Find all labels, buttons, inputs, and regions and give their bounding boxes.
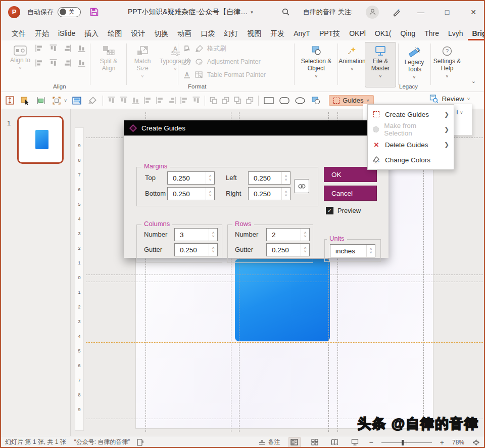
send-backward-icon[interactable]	[222, 97, 229, 104]
menu-item-make-from-selection[interactable]: Make from Selection❯	[368, 122, 454, 137]
ribbon-tab-11[interactable]: 视图	[243, 27, 266, 40]
settings-help-button[interactable]: ? Settings & Help ˅	[432, 43, 462, 79]
columns-gutter-input[interactable]: 0.250˄˅	[174, 243, 218, 256]
zoom-slider-handle[interactable]	[402, 440, 404, 445]
match-size-button[interactable]: Match Size ˅	[129, 43, 156, 79]
dialog-title-bar[interactable]: Create Guides	[124, 120, 389, 136]
link-margins-button[interactable]	[294, 179, 309, 193]
ribbon-tab-17[interactable]: Qing	[396, 27, 420, 40]
spinner-buttons[interactable]: ˄˅	[281, 188, 290, 200]
align-middle-icon[interactable]	[50, 59, 57, 67]
ribbon-tab-9[interactable]: 口袋	[196, 27, 219, 40]
ribbon-collapse-icon[interactable]: ⌄	[471, 78, 476, 84]
search-icon[interactable]	[281, 8, 290, 16]
select-object-icon[interactable]	[20, 95, 31, 106]
menu-item-change-colors[interactable]: Change Colors	[368, 152, 454, 167]
slide-sorter-view-button[interactable]	[309, 437, 321, 447]
align-to-button[interactable]: Align to ˅	[7, 43, 33, 71]
align-center-icon[interactable]	[156, 97, 164, 104]
spinner-buttons[interactable]: ˄˅	[301, 244, 309, 256]
spinner-buttons[interactable]: ˄˅	[366, 245, 375, 257]
align-bottom-icon[interactable]	[132, 97, 139, 104]
overflow-button[interactable]: t ˅	[456, 108, 463, 116]
layout-tool-icon[interactable]	[71, 95, 82, 106]
ribbon-tab-8[interactable]: 动画	[173, 27, 196, 40]
fit-to-window-icon[interactable]	[472, 439, 480, 446]
ribbon-tab-18[interactable]: Thre	[420, 27, 444, 40]
spinner-buttons[interactable]: ˄˅	[206, 172, 214, 184]
blue-rectangle-shape[interactable]	[235, 259, 330, 341]
chevron-down-icon[interactable]: ˅	[64, 98, 67, 103]
guide-horizontal-row-gutter-bottom[interactable]	[86, 282, 483, 282]
distribute-horizontal-icon[interactable]	[180, 97, 188, 104]
rows-number-input[interactable]: 2˄˅	[266, 228, 310, 241]
ribbon-tab-14[interactable]: PPT技	[315, 27, 345, 40]
split-align-button[interactable]: Split & Align	[94, 43, 123, 72]
ribbon-tab-7[interactable]: 切换	[150, 27, 173, 40]
spinner-buttons[interactable]: ˄˅	[209, 244, 217, 256]
selection-object-button[interactable]: Selection & Object ˅	[297, 43, 335, 79]
align-center-icon[interactable]	[35, 59, 43, 67]
accessibility-icon[interactable]	[137, 439, 143, 446]
align-left-icon[interactable]	[144, 97, 152, 104]
margin-left-input[interactable]: 0.250˄˅	[248, 171, 290, 185]
account-label[interactable]: 自律的音律 关注:	[303, 8, 353, 17]
spinner-buttons[interactable]: ˄˅	[206, 188, 214, 200]
align-top-icon[interactable]	[108, 97, 115, 104]
ribbon-tab-3[interactable]: iSlide	[54, 27, 80, 40]
slideshow-view-button[interactable]	[349, 437, 361, 447]
align-left-icon[interactable]	[35, 44, 43, 52]
ribbon-tab-19[interactable]: Lvyh	[444, 27, 468, 40]
distribute-vertical-icon[interactable]	[78, 59, 85, 67]
preview-checkbox[interactable]: ✓ Preview	[326, 207, 361, 214]
send-to-back-icon[interactable]	[246, 97, 254, 104]
distribute-horizontal-icon[interactable]	[78, 44, 85, 52]
align-middle-icon[interactable]	[120, 97, 127, 104]
document-title[interactable]: PPT小知识&疑难杂症-公众号【自律…	[128, 8, 248, 17]
notes-button[interactable]: 备注	[258, 438, 280, 446]
zoom-in-button[interactable]: +	[440, 438, 444, 446]
ribbon-tab-4[interactable]: 插入	[80, 27, 103, 40]
menu-item-create-guides[interactable]: Create Guides❯	[368, 107, 454, 122]
animation-button[interactable]: Animation ˅	[340, 43, 365, 72]
autosave-toggle[interactable]: 关	[58, 7, 81, 17]
file-master-button[interactable]: File & Master ˅	[366, 43, 395, 79]
spinner-buttons[interactable]: ˄˅	[301, 229, 309, 241]
crop-tool-icon[interactable]	[51, 95, 62, 106]
align-bottom-icon[interactable]	[64, 59, 71, 67]
bring-to-front-icon[interactable]	[234, 97, 241, 104]
title-dropdown-icon[interactable]: ▾	[251, 10, 253, 15]
minimize-button[interactable]: —	[414, 8, 427, 16]
adjustment-painter-row[interactable]: Adjustment Painter	[183, 58, 261, 66]
columns-number-input[interactable]: 3˄˅	[174, 228, 218, 241]
ribbon-tab-12[interactable]: 开发	[266, 27, 289, 40]
normal-view-button[interactable]	[288, 437, 301, 447]
avatar[interactable]	[366, 6, 379, 19]
margin-top-input[interactable]: 0.250˄˅	[167, 171, 215, 185]
ribbon-tab-2[interactable]: 开始	[30, 27, 54, 40]
selection-pane-icon[interactable]	[310, 95, 321, 106]
spinner-buttons[interactable]: ˄˅	[209, 229, 217, 241]
reading-view-button[interactable]	[329, 437, 341, 447]
ribbon-tab-10[interactable]: 幻灯	[219, 27, 243, 40]
ribbon-tab-16[interactable]: OK1(	[370, 27, 396, 40]
close-button[interactable]: ✕	[467, 8, 480, 16]
spinner-buttons[interactable]: ˄˅	[281, 172, 290, 184]
rectangle-shape-icon[interactable]	[263, 95, 274, 106]
review-button[interactable]: Review ˅	[429, 95, 470, 103]
margin-right-input[interactable]: 0.250˄˅	[248, 187, 290, 200]
align-right-icon[interactable]	[64, 44, 71, 52]
rows-gutter-input[interactable]: 0.250˄˅	[266, 243, 310, 256]
guide-horizontal-orange[interactable]	[86, 342, 483, 343]
legacy-tools-button[interactable]: Legacy Tools ˅	[400, 43, 428, 80]
table-format-painter-row[interactable]: A Table Format Painter	[183, 71, 266, 79]
save-icon[interactable]	[90, 8, 99, 16]
ribbon-tab-5[interactable]: 绘图	[103, 27, 126, 40]
bring-forward-icon[interactable]	[210, 97, 217, 104]
format-painter-row[interactable]: 格式刷	[183, 44, 226, 53]
distribute-shapes-icon[interactable]	[35, 95, 46, 106]
ribbon-tab-20[interactable]: Brig	[468, 27, 485, 40]
zoom-out-button[interactable]: −	[369, 438, 373, 446]
margin-bottom-input[interactable]: 0.250˄˅	[167, 187, 215, 200]
align-right-icon[interactable]	[168, 97, 176, 104]
